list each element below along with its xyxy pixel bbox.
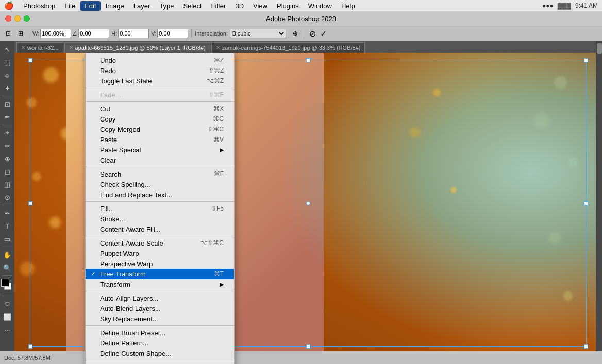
menu-copy[interactable]: Copy ⌘C <box>86 114 234 124</box>
zoom-tool[interactable]: 🔍 <box>1 262 13 274</box>
menu-toggle-last-state[interactable]: Toggle Last State ⌥⌘Z <box>86 76 234 86</box>
healing-tool[interactable]: ⌖ <box>1 127 13 139</box>
menu-paste-shortcut: ⌘V <box>213 136 224 143</box>
apple-menu-icon[interactable]: 🍎 <box>4 1 14 10</box>
menu-paste[interactable]: Paste ⌘V <box>86 134 234 145</box>
menu-cut[interactable]: Cut ⌘X <box>86 103 234 114</box>
bokeh-dot-2 <box>26 97 37 108</box>
magic-wand-tool[interactable]: ✦ <box>1 82 13 94</box>
menu-transform-arrow: ▶ <box>220 281 224 288</box>
maximize-button[interactable] <box>24 15 30 22</box>
menubar-edit[interactable]: Edit <box>80 1 100 11</box>
menubar-photoshop[interactable]: Photoshop <box>19 1 59 11</box>
screen-mode-tool[interactable]: ⬜ <box>1 310 13 323</box>
menu-copy-merged[interactable]: Copy Merged ⇧⌘C <box>86 124 234 134</box>
angle-input[interactable] <box>78 29 109 38</box>
extra-tools[interactable]: ··· <box>1 323 13 336</box>
menu-redo[interactable]: Redo ⇧⌘Z <box>86 65 234 76</box>
menubar-file[interactable]: File <box>60 1 79 11</box>
tab-close-icon-2[interactable]: ✕ <box>69 45 73 50</box>
menu-define-brush[interactable]: Define Brush Preset... <box>86 327 234 338</box>
foreground-color-swatch[interactable] <box>1 279 9 287</box>
width-input[interactable] <box>40 29 71 38</box>
tab-close-icon-3[interactable]: ✕ <box>216 45 220 50</box>
menu-undo-shortcut: ⌘Z <box>214 57 224 64</box>
menu-purge[interactable]: Purge ▶ <box>86 362 234 364</box>
menu-content-aware-scale[interactable]: Content-Aware Scale ⌥⇧⌘C <box>86 238 234 248</box>
clone-tool[interactable]: ⊕ <box>1 152 13 165</box>
shape-tool[interactable]: ▭ <box>1 233 13 245</box>
bokeh-dot-4 <box>32 172 41 181</box>
menu-content-aware-scale-shortcut: ⌥⇧⌘C <box>200 239 224 247</box>
menubar-plugins[interactable]: Plugins <box>273 1 303 11</box>
tab-apatite[interactable]: ✕ apatite-669515_1280.jpg @ 50% (Layer 1… <box>64 42 210 53</box>
menu-auto-align-label: Auto-Align Layers... <box>100 294 158 302</box>
menubar-image[interactable]: Image <box>102 1 128 11</box>
menubar-type[interactable]: Type <box>155 1 178 11</box>
menubar-layer[interactable]: Layer <box>129 1 155 11</box>
menu-free-transform-label: Free Transform <box>100 270 146 278</box>
tab-woman[interactable]: ✕ woman-32... <box>16 42 63 53</box>
menu-auto-align[interactable]: Auto-Align Layers... <box>86 293 234 303</box>
v-input[interactable] <box>157 29 188 38</box>
menubar-select[interactable]: Select <box>179 1 206 11</box>
menu-undo[interactable]: Undo ⌘Z <box>86 55 234 65</box>
menu-find-replace[interactable]: Find and Replace Text... <box>86 189 234 200</box>
menu-copy-shortcut: ⌘C <box>213 115 224 123</box>
menu-fill[interactable]: Fill... ⇧F5 <box>86 203 234 214</box>
menu-perspective-warp[interactable]: Perspective Warp <box>86 258 234 269</box>
tab-zamak[interactable]: ✕ zamak-earrings-7544013_1920.jpg @ 33.3… <box>211 42 365 53</box>
warp-mode-icon: ⊞ <box>15 28 26 39</box>
menu-fade[interactable]: Fade... ⇧⌘F <box>86 90 234 100</box>
menu-sep-2 <box>86 101 234 102</box>
menu-define-custom-shape-label: Define Custom Shape... <box>100 350 171 357</box>
tab-close-icon[interactable]: ✕ <box>21 45 25 50</box>
menu-paste-special-label: Paste Special <box>100 146 141 154</box>
close-button[interactable] <box>5 15 11 22</box>
eraser-tool[interactable]: ◻ <box>1 165 13 178</box>
menu-free-transform[interactable]: ✓ Free Transform ⌘T <box>86 269 234 279</box>
scroll-thumb[interactable] <box>597 43 602 54</box>
menu-puppet-warp[interactable]: Puppet Warp <box>86 248 234 258</box>
tab-label: woman-32... <box>27 45 59 51</box>
menu-clear[interactable]: Clear <box>86 155 234 165</box>
menu-auto-blend[interactable]: Auto-Blend Layers... <box>86 303 234 314</box>
bokeh-dot-6 <box>20 262 35 276</box>
reference-point-icon[interactable]: ⊕ <box>290 28 300 39</box>
menubar-window[interactable]: Window <box>304 1 336 11</box>
lasso-tool[interactable]: ⌾ <box>1 69 13 81</box>
menubar-view[interactable]: View <box>249 1 272 11</box>
menubar-filter[interactable]: Filter <box>207 1 230 11</box>
menu-define-custom-shape[interactable]: Define Custom Shape... <box>86 348 234 358</box>
menubar-3d[interactable]: 3D <box>231 1 248 11</box>
menu-sky-replacement[interactable]: Sky Replacement... <box>86 314 234 324</box>
menu-check-spelling[interactable]: Check Spelling... <box>86 179 234 189</box>
menu-define-pattern[interactable]: Define Pattern... <box>86 338 234 348</box>
menu-stroke[interactable]: Stroke... <box>86 214 234 224</box>
menu-copy-merged-label: Copy Merged <box>100 126 140 133</box>
dodge-tool[interactable]: ⊙ <box>1 191 13 203</box>
menu-content-aware-fill[interactable]: Content-Aware Fill... <box>86 224 234 234</box>
pen-tool[interactable]: ✒ <box>1 207 13 219</box>
move-tool[interactable]: ↖ <box>1 43 13 56</box>
menubar-help[interactable]: Help <box>337 1 359 11</box>
crop-tool[interactable]: ⊡ <box>1 98 13 110</box>
text-tool[interactable]: T <box>1 220 13 232</box>
menu-transform[interactable]: Transform ▶ <box>86 279 234 289</box>
brush-tool[interactable]: ✏ <box>1 140 13 152</box>
eyedropper-tool[interactable]: ✒ <box>1 111 13 123</box>
menu-paste-special[interactable]: Paste Special ▶ <box>86 145 234 155</box>
hand-tool[interactable]: ✋ <box>1 249 13 261</box>
color-swatches[interactable] <box>1 279 13 293</box>
interpolation-select[interactable]: Bicubic Bilinear Nearest Neighbor <box>230 29 286 38</box>
gradient-tool[interactable]: ◫ <box>1 178 13 190</box>
height-input[interactable] <box>118 29 149 38</box>
quick-mask-tool[interactable]: ⬭ <box>1 298 13 310</box>
commit-transform-icon[interactable]: ✓ <box>320 29 327 39</box>
cancel-transform-icon[interactable]: ⊘ <box>309 29 316 39</box>
menubar: 🍎 Photoshop File Edit Image Layer Type S… <box>0 0 602 11</box>
width-field: W: ∠ <box>32 29 109 38</box>
marquee-tool[interactable]: ⬚ <box>1 56 13 68</box>
minimize-button[interactable] <box>14 15 21 22</box>
menu-search[interactable]: Search ⌘F <box>86 169 234 179</box>
